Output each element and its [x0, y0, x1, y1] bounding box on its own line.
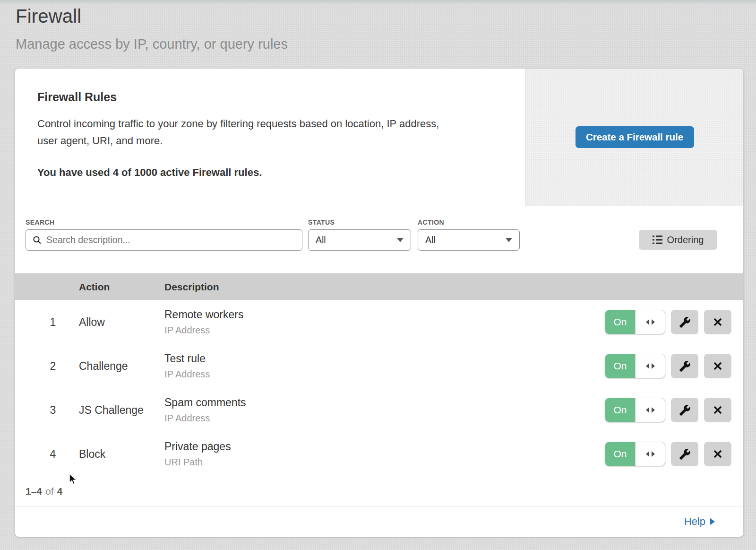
description-column-header: Description	[164, 281, 743, 293]
ordered-list-icon	[653, 236, 662, 244]
delete-rule-button[interactable]	[704, 310, 731, 334]
rule-action: JS Challenge	[79, 404, 164, 417]
pagination-of: of	[45, 486, 54, 497]
rule-controls: On	[605, 310, 731, 334]
table-row: 2 Challenge Test rule IP Address On	[15, 344, 743, 388]
triangle-right-icon	[652, 407, 655, 413]
rule-action: Challenge	[79, 360, 164, 373]
rule-action: Allow	[79, 316, 164, 329]
rule-match-type: IP Address	[164, 369, 605, 380]
rule-priority: 2	[15, 360, 79, 373]
wrench-icon	[679, 404, 691, 416]
rule-description: Remote workers	[164, 308, 605, 321]
rule-description: Test rule	[164, 352, 605, 365]
action-value: All	[425, 235, 436, 245]
toggle-on-label[interactable]: On	[605, 354, 636, 378]
wrench-icon	[679, 316, 691, 328]
rule-enabled-toggle[interactable]: On	[605, 398, 665, 422]
section-description: Control incoming traffic to your zone by…	[37, 115, 453, 149]
toggle-handle[interactable]	[636, 398, 665, 422]
delete-rule-button[interactable]	[704, 442, 731, 466]
ordering-button[interactable]: Ordering	[639, 230, 717, 250]
table-row: 1 Allow Remote workers IP Address On	[15, 300, 743, 344]
rule-controls: On	[605, 442, 731, 466]
close-icon	[712, 316, 723, 328]
triangle-left-icon	[646, 407, 649, 413]
close-icon	[712, 360, 723, 372]
triangle-right-icon	[652, 451, 655, 457]
rule-priority: 1	[15, 316, 79, 329]
close-icon	[712, 404, 723, 416]
status-label: STATUS	[308, 218, 335, 226]
status-value: All	[316, 235, 326, 245]
create-rule-panel: Create a Firewall rule	[525, 69, 743, 206]
close-icon	[712, 448, 723, 460]
table-body: 1 Allow Remote workers IP Address On	[15, 300, 743, 476]
chevron-down-icon	[397, 238, 404, 242]
table-header: Action Description	[15, 273, 743, 300]
card-top-section: Firewall Rules Control incoming traffic …	[15, 69, 743, 206]
toggle-handle[interactable]	[636, 310, 665, 334]
rule-enabled-toggle[interactable]: On	[605, 310, 665, 334]
toggle-on-label[interactable]: On	[605, 398, 636, 422]
toggle-handle[interactable]	[636, 354, 665, 378]
overview-section: Firewall Rules Control incoming traffic …	[15, 69, 525, 206]
toggle-handle[interactable]	[636, 442, 665, 466]
rule-priority: 3	[15, 404, 79, 417]
status-select[interactable]: All	[308, 229, 411, 251]
triangle-right-icon	[652, 319, 655, 325]
search-icon	[33, 236, 42, 245]
search-label: SEARCH	[26, 218, 55, 226]
edit-rule-button[interactable]	[671, 398, 698, 422]
wrench-icon	[679, 448, 691, 460]
triangle-left-icon	[646, 319, 649, 325]
rule-match-type: IP Address	[164, 413, 605, 424]
table-row: 4 Block Private pages URI Path On	[15, 432, 743, 476]
rule-controls: On	[605, 398, 731, 422]
rule-description: Spam comments	[164, 396, 605, 409]
rule-priority: 4	[15, 448, 79, 461]
chevron-down-icon	[506, 238, 512, 242]
page-header: Firewall Manage access by IP, country, o…	[0, 0, 756, 52]
rule-match-type: URI Path	[164, 457, 605, 468]
create-firewall-rule-button[interactable]: Create a Firewall rule	[576, 126, 694, 148]
wrench-icon	[679, 360, 691, 372]
section-heading: Firewall Rules	[37, 90, 497, 104]
action-column-header: Action	[79, 281, 164, 293]
triangle-left-icon	[646, 451, 649, 457]
page-title: Firewall	[16, 6, 756, 27]
page-subtitle: Manage access by IP, country, or query r…	[16, 36, 756, 52]
rule-action: Block	[79, 448, 164, 461]
pagination-range: 1–4	[26, 486, 42, 497]
triangle-left-icon	[646, 363, 649, 369]
action-label: ACTION	[418, 218, 444, 226]
arrow-right-icon	[710, 518, 715, 525]
help-link-label: Help	[684, 515, 705, 528]
pagination-total: 4	[57, 486, 63, 497]
ordering-button-label: Ordering	[667, 235, 704, 245]
delete-rule-button[interactable]	[704, 398, 731, 422]
search-box[interactable]	[26, 229, 302, 251]
rule-match-type: IP Address	[164, 325, 605, 336]
help-row: Help	[15, 507, 743, 536]
rule-enabled-toggle[interactable]: On	[605, 442, 665, 466]
pagination-row: 1–4 of 4	[15, 476, 743, 507]
toggle-on-label[interactable]: On	[605, 442, 636, 466]
triangle-right-icon	[652, 363, 655, 369]
rule-enabled-toggle[interactable]: On	[605, 354, 665, 378]
search-input[interactable]	[46, 235, 295, 245]
table-row: 3 JS Challenge Spam comments IP Address …	[15, 388, 743, 432]
rule-controls: On	[605, 354, 731, 378]
edit-rule-button[interactable]	[671, 310, 698, 334]
delete-rule-button[interactable]	[704, 354, 731, 378]
edit-rule-button[interactable]	[671, 354, 698, 378]
toggle-on-label[interactable]: On	[605, 310, 636, 334]
rule-description: Private pages	[164, 440, 605, 453]
usage-note: You have used 4 of 1000 active Firewall …	[37, 166, 497, 179]
edit-rule-button[interactable]	[671, 442, 698, 466]
help-link[interactable]: Help	[684, 515, 715, 528]
firewall-rules-card: Firewall Rules Control incoming traffic …	[15, 69, 743, 537]
mouse-cursor	[69, 473, 80, 486]
action-select[interactable]: All	[418, 229, 520, 251]
filters-bar: SEARCH STATUS All ACTION All	[15, 206, 743, 273]
